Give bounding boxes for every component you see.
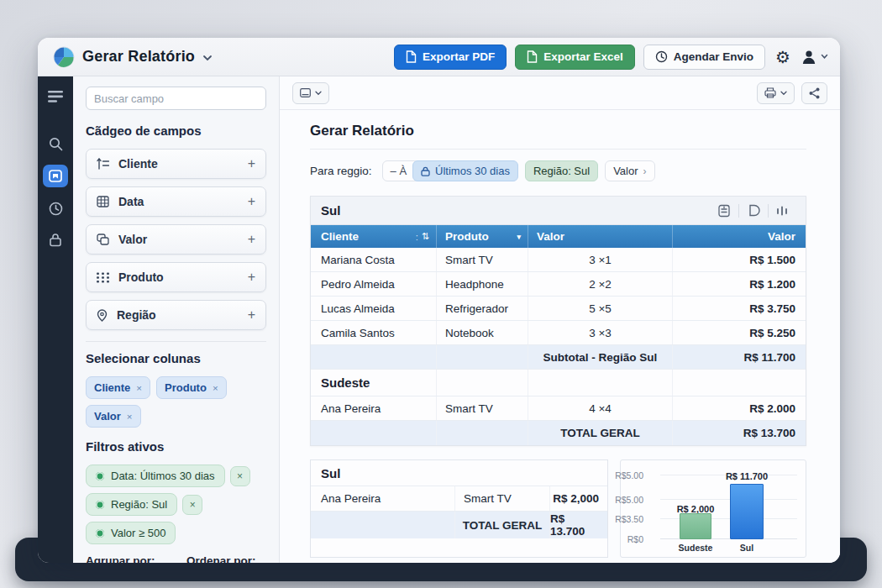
pie-logo-icon <box>53 46 75 68</box>
map-pin-icon <box>97 309 108 322</box>
mini-table-row: Ana Pereira Smart TV R$ 2,000 <box>311 486 607 512</box>
field-item-regiao[interactable]: Região + <box>86 300 266 330</box>
scope-chip-date-label: Últimos 30 dias <box>435 165 510 177</box>
col-header-cliente[interactable]: Cliente :⇅ <box>311 225 437 248</box>
clock-icon <box>655 50 668 63</box>
notes-icon[interactable] <box>710 204 738 218</box>
cell-qty: 4 ×4 <box>528 396 673 420</box>
group-by-label: Agrupar por: <box>86 554 173 563</box>
settings-gear-icon[interactable]: ⚙ <box>774 49 792 66</box>
printer-icon <box>764 87 776 98</box>
field-label: Data <box>118 195 144 208</box>
column-chip-produto[interactable]: Produto × <box>156 376 227 399</box>
cell-client: Mariana Costa <box>311 248 437 271</box>
scope-chip-region[interactable]: Região: Sul <box>525 160 598 181</box>
scope-chip-valor[interactable]: Valor › <box>605 160 654 181</box>
field-item-produto[interactable]: Produto + <box>86 262 266 292</box>
bar-chart-icon[interactable] <box>769 205 795 217</box>
filter-chip-valor[interactable]: Valor ≥ 500 <box>86 522 176 544</box>
cell-product: Smart TV <box>437 396 528 420</box>
col-header-valor[interactable]: Valor <box>528 225 673 248</box>
filter-chip-data[interactable]: Data: Últimos 30 dias <box>86 465 225 487</box>
add-field-button[interactable]: + <box>248 195 255 208</box>
field-label: Produto <box>118 270 164 284</box>
lock-icon <box>421 166 430 176</box>
cell-value: R$ 1.500 <box>673 248 806 271</box>
user-menu[interactable] <box>801 49 828 66</box>
sort-by-label: Ordenar por: <box>186 554 272 563</box>
col-header-produto[interactable]: Produto ▾ <box>437 225 528 248</box>
field-item-cliente[interactable]: Cliente + <box>86 149 266 179</box>
bar-value-label: R$ 11.700 <box>720 471 774 481</box>
remove-filter-button[interactable]: × <box>230 466 250 486</box>
scope-row: Para reggio: – À Últimos 30 dias Região:… <box>310 160 806 181</box>
search-field-box[interactable] <box>86 87 266 110</box>
add-field-button[interactable]: + <box>248 157 255 171</box>
cell-value: R$ 1.200 <box>673 272 806 296</box>
columns-title: Selecionar colunas <box>86 351 266 365</box>
export-pdf-button[interactable]: Exportar PDF <box>394 45 507 70</box>
add-field-button[interactable]: + <box>248 308 255 322</box>
print-button[interactable] <box>757 82 795 104</box>
main-area: Gerar Relatório Para reggio: – À Últimos… <box>280 76 840 563</box>
column-chip-cliente[interactable]: Cliente × <box>86 376 150 399</box>
chevron-down-icon <box>315 91 322 96</box>
add-field-button[interactable]: + <box>248 233 255 246</box>
view-mode-button[interactable] <box>292 82 329 104</box>
column-chip-valor[interactable]: Valor × <box>86 405 141 428</box>
remove-filter-button[interactable]: × <box>182 495 202 515</box>
remove-chip-icon[interactable]: × <box>127 412 133 422</box>
chevron-down-icon[interactable] <box>202 55 213 61</box>
user-icon <box>801 49 817 66</box>
cell-qty: 3 ×3 <box>528 321 673 344</box>
bar-sul <box>730 484 764 539</box>
table-row: Lucas Almeida Refrigerador 5 ×5 R$ 3.750 <box>311 297 806 321</box>
share-button[interactable] <box>801 82 827 104</box>
filter-label: Região: Sul <box>111 498 167 511</box>
status-dot-icon <box>96 529 104 538</box>
report-icon[interactable] <box>43 165 68 187</box>
overlap-squares-icon <box>97 234 109 245</box>
col-header-valor-total[interactable]: Valor <box>673 225 806 248</box>
table-row: Pedro Almeida Headphone 2 ×2 R$ 1.200 <box>311 272 806 297</box>
field-item-data[interactable]: Data + <box>86 186 266 217</box>
field-panel: Cãdgeo de campos Cliente + Data + <box>73 76 280 563</box>
scope-chip-date[interactable]: Últimos 30 dias <box>412 160 518 181</box>
comment-icon[interactable] <box>739 204 768 217</box>
divider <box>86 341 266 342</box>
section-title: Sudeste <box>311 370 437 396</box>
lock-icon[interactable] <box>45 229 66 249</box>
sort-icon[interactable]: :⇅ <box>416 231 429 242</box>
cell-product: Smart TV <box>437 248 528 271</box>
chevron-right-icon: › <box>643 165 647 177</box>
remove-chip-icon[interactable]: × <box>136 383 142 393</box>
field-item-valor[interactable]: Valor + <box>86 224 266 255</box>
schedule-send-button[interactable]: Agendar Envio <box>643 45 765 70</box>
filter-label: Valor ≥ 500 <box>111 527 165 539</box>
cell-qty: 3 ×1 <box>528 248 673 271</box>
file-icon <box>406 50 417 63</box>
chevron-down-icon <box>780 91 787 96</box>
sort-list-icon <box>97 158 109 170</box>
caret-down-icon[interactable]: ▾ <box>517 233 521 241</box>
search-icon[interactable] <box>45 134 66 154</box>
clock-icon[interactable] <box>45 198 66 218</box>
status-dot-icon <box>96 472 104 480</box>
report-canvas: Gerar Relatório Para reggio: – À Últimos… <box>280 110 840 563</box>
table-header-row: Cliente :⇅ Produto ▾ Valor <box>311 225 806 248</box>
search-input[interactable] <box>94 92 258 105</box>
cell-client: Lucas Almeida <box>311 297 437 320</box>
scope-chip-valor-label: Valor <box>613 165 638 177</box>
cell-product: Notebook <box>437 321 528 344</box>
add-field-button[interactable]: + <box>248 270 255 284</box>
cell-client: Ana Pereira <box>311 486 455 511</box>
export-excel-button[interactable]: Exportar Excel <box>515 45 635 70</box>
section-header-sudeste: Sudeste <box>311 370 806 396</box>
export-pdf-label: Exportar PDF <box>423 50 495 63</box>
cell-qty: 5 ×5 <box>528 297 673 320</box>
cell-qty: 2 ×2 <box>528 272 673 296</box>
remove-chip-icon[interactable]: × <box>213 383 218 393</box>
menu-icon[interactable] <box>45 87 66 107</box>
catalog-title: Cãdgeo de campos <box>86 123 266 138</box>
filter-chip-regiao[interactable]: Região: Sul <box>86 493 177 516</box>
